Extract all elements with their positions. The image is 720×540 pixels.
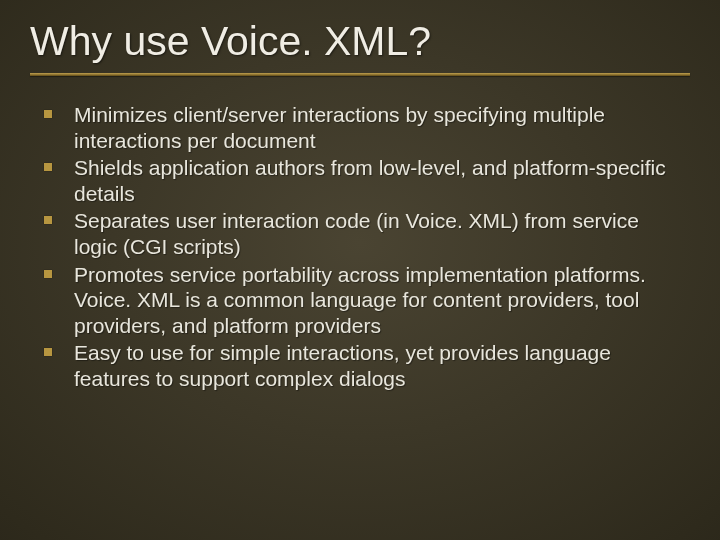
slide-title: Why use Voice. XML? [30,18,690,65]
list-item: Separates user interaction code (in Voic… [38,208,686,259]
square-bullet-icon [44,270,52,278]
square-bullet-icon [44,216,52,224]
square-bullet-icon [44,110,52,118]
title-block: Why use Voice. XML? [30,18,690,76]
bullet-text: Minimizes client/server interactions by … [74,103,605,152]
square-bullet-icon [44,163,52,171]
list-item: Shields application authors from low-lev… [38,155,686,206]
bullet-text: Promotes service portability across impl… [74,263,646,337]
bullet-list: Minimizes client/server interactions by … [30,102,690,392]
slide: Why use Voice. XML? Minimizes client/ser… [0,0,720,540]
bullet-text: Easy to use for simple interactions, yet… [74,341,611,390]
square-bullet-icon [44,348,52,356]
bullet-text: Separates user interaction code (in Voic… [74,209,639,258]
list-item: Easy to use for simple interactions, yet… [38,340,686,391]
bullet-text: Shields application authors from low-lev… [74,156,666,205]
title-underline [30,73,690,76]
list-item: Promotes service portability across impl… [38,262,686,339]
list-item: Minimizes client/server interactions by … [38,102,686,153]
